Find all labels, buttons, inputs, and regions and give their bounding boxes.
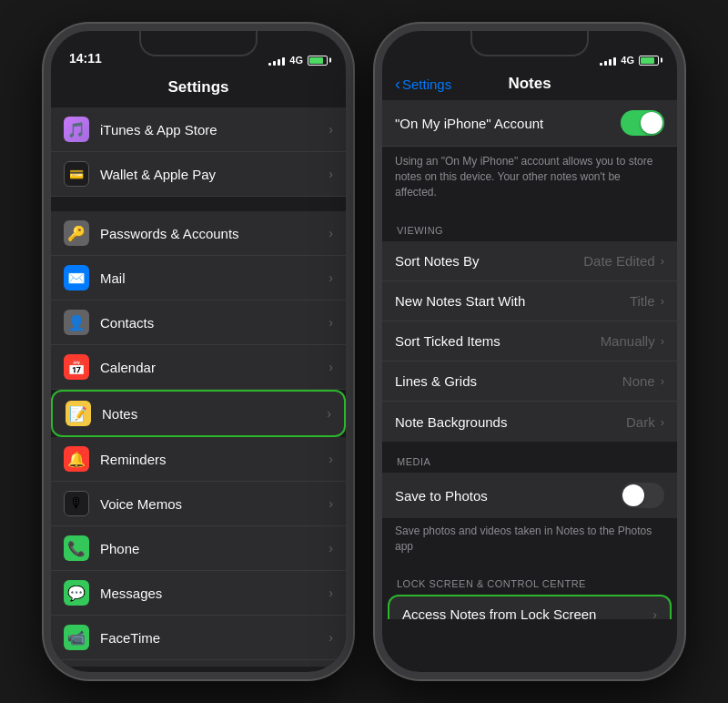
settings-row-reminders[interactable]: 🔔 Reminders › xyxy=(51,437,346,482)
facetime-icon: 📹 xyxy=(64,625,89,650)
notch-right xyxy=(470,31,589,56)
sort-ticked-row[interactable]: Sort Ticked Items Manually › xyxy=(382,321,677,362)
screen-content-right: ‹ Settings Notes "On My iPhone" Account … xyxy=(382,71,677,672)
lock-header: LOCK SCREEN & CONTROL CENTRE xyxy=(382,564,677,595)
contacts-icon: 👤 xyxy=(64,310,89,335)
new-notes-value: Title xyxy=(630,293,655,309)
facetime-chevron: › xyxy=(329,630,333,645)
viewing-section: Sort Notes By Date Edited › New Notes St… xyxy=(382,241,677,442)
notes-chevron: › xyxy=(327,406,331,421)
notch xyxy=(139,31,258,56)
lines-grids-value: None xyxy=(622,373,655,389)
settings-row-messages[interactable]: 💬 Messages › xyxy=(51,571,346,616)
note-bg-chevron: › xyxy=(661,415,664,429)
note-bg-row[interactable]: Note Backgrounds Dark › xyxy=(382,402,677,442)
settings-row-maps[interactable]: 🗺 Maps › xyxy=(51,660,346,667)
access-label: Access Notes from Lock Screen xyxy=(402,606,652,619)
settings-row-mail[interactable]: ✉️ Mail › xyxy=(51,256,346,301)
itunes-icon: 🎵 xyxy=(64,117,89,142)
nav-back-button[interactable]: ‹ Settings xyxy=(395,75,451,94)
viewing-header: VIEWING xyxy=(382,210,677,241)
media-desc: Save photos and videos taken in Notes to… xyxy=(382,518,677,564)
calendar-chevron: › xyxy=(329,360,333,374)
sort-notes-value: Date Edited xyxy=(583,253,654,269)
wallet-icon: 💳 xyxy=(64,161,89,187)
voice-icon: 🎙 xyxy=(64,491,89,516)
settings-row-facetime[interactable]: 📹 FaceTime › xyxy=(51,616,346,660)
calendar-icon: 📅 xyxy=(64,354,89,380)
settings-row-contacts[interactable]: 👤 Contacts › xyxy=(51,301,346,345)
settings-row-wallet[interactable]: 💳 Wallet & Apple Pay › xyxy=(51,152,346,197)
status-icons-right: 4G xyxy=(600,55,659,66)
phone-label: Phone xyxy=(100,541,329,556)
back-chevron-icon: ‹ xyxy=(395,75,400,94)
voice-label: Voice Memos xyxy=(100,496,329,512)
mail-chevron: › xyxy=(329,270,333,285)
new-notes-row[interactable]: New Notes Start With Title › xyxy=(382,281,677,321)
signal-icon xyxy=(268,56,285,66)
mail-label: Mail xyxy=(100,270,329,286)
sort-notes-row[interactable]: Sort Notes By Date Edited › xyxy=(382,241,677,281)
screen-title-left: Settings xyxy=(51,71,346,107)
lines-grids-label: Lines & Grids xyxy=(395,373,622,389)
sort-notes-label: Sort Notes By xyxy=(395,253,583,269)
voice-chevron: › xyxy=(329,496,333,511)
media-header: MEDIA xyxy=(382,442,677,473)
passwords-chevron: › xyxy=(329,226,333,240)
facetime-label: FaceTime xyxy=(100,630,329,646)
itunes-label: iTunes & App Store xyxy=(100,122,329,138)
settings-row-passwords[interactable]: 🔑 Passwords & Accounts › xyxy=(51,211,346,256)
right-phone: 14:11 14:11 4G ‹ Settings Notes xyxy=(375,24,684,679)
sort-ticked-label: Sort Ticked Items xyxy=(395,333,601,349)
sort-ticked-value: Manually xyxy=(601,333,655,349)
account-section: "On My iPhone" Account xyxy=(382,100,677,147)
note-bg-value: Dark xyxy=(626,414,655,430)
passwords-label: Passwords & Accounts xyxy=(100,226,329,241)
phone-icon: 📞 xyxy=(64,535,89,561)
notes-scroll: "On My iPhone" Account Using an "On My i… xyxy=(382,100,677,619)
nav-bar: ‹ Settings Notes xyxy=(382,71,677,100)
access-chevron: › xyxy=(652,607,657,619)
new-notes-label: New Notes Start With xyxy=(395,293,630,309)
settings-row-itunes[interactable]: 🎵 iTunes & App Store › xyxy=(51,107,346,152)
account-label: "On My iPhone" Account xyxy=(395,116,621,131)
notes-icon: 📝 xyxy=(66,401,91,426)
screen-content-left: Settings 🎵 iTunes & App Store › 💳 Wallet… xyxy=(51,71,346,672)
note-bg-label: Note Backgrounds xyxy=(395,414,626,430)
network-label: 4G xyxy=(289,55,303,66)
sort-ticked-chevron: › xyxy=(661,334,664,348)
contacts-chevron: › xyxy=(329,315,333,330)
sort-notes-chevron: › xyxy=(661,254,664,268)
wallet-chevron: › xyxy=(329,167,333,181)
save-photos-row[interactable]: Save to Photos xyxy=(382,473,677,518)
wallet-label: Wallet & Apple Pay xyxy=(100,167,329,182)
settings-row-phone[interactable]: 📞 Phone › xyxy=(51,526,346,571)
phone-chevron: › xyxy=(329,541,333,555)
network-label-right: 4G xyxy=(621,55,634,66)
nav-title: Notes xyxy=(508,75,551,93)
calendar-label: Calendar xyxy=(100,360,329,375)
settings-row-notes[interactable]: 📝 Notes › xyxy=(51,390,346,437)
account-row[interactable]: "On My iPhone" Account xyxy=(382,100,677,147)
save-photos-toggle[interactable] xyxy=(621,483,664,508)
reminders-chevron: › xyxy=(329,452,333,466)
account-desc: Using an "On My iPhone" account allows y… xyxy=(382,147,677,210)
media-section: Save to Photos xyxy=(382,473,677,518)
itunes-chevron: › xyxy=(329,122,333,137)
account-toggle[interactable] xyxy=(621,110,664,136)
save-photos-label: Save to Photos xyxy=(395,488,621,504)
settings-group-1: 🎵 iTunes & App Store › 💳 Wallet & Apple … xyxy=(51,107,346,197)
access-notes-row[interactable]: Access Notes from Lock Screen › xyxy=(388,595,672,619)
settings-row-voice[interactable]: 🎙 Voice Memos › xyxy=(51,482,346,526)
access-row-container: Access Notes from Lock Screen › xyxy=(382,595,677,619)
save-photos-toggle-knob xyxy=(622,484,644,506)
reminders-icon: 🔔 xyxy=(64,446,89,472)
lines-grids-row[interactable]: Lines & Grids None › xyxy=(382,362,677,402)
reminders-label: Reminders xyxy=(100,452,329,467)
left-phone: 14:11 4G Settings 🎵 iTunes & App Store › xyxy=(44,24,353,679)
nav-back-label: Settings xyxy=(402,76,451,92)
settings-row-calendar[interactable]: 📅 Calendar › xyxy=(51,345,346,390)
status-icons-left: 4G xyxy=(268,55,328,66)
divider-1 xyxy=(51,204,346,211)
mail-icon: ✉️ xyxy=(64,265,89,290)
